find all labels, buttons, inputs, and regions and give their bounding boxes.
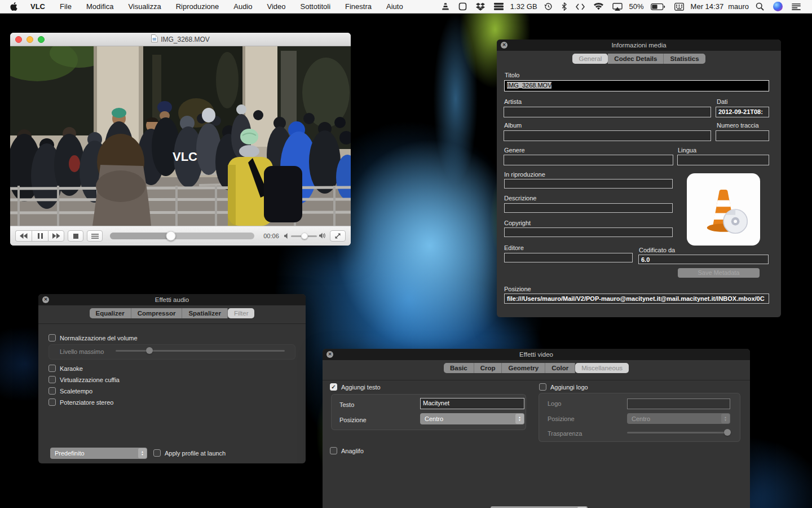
- artista-field[interactable]: [504, 107, 711, 117]
- descrizione-field[interactable]: [504, 203, 673, 213]
- fast-forward-button[interactable]: [48, 230, 64, 242]
- battery-icon[interactable]: [646, 0, 670, 14]
- max-level-slider[interactable]: [116, 347, 285, 354]
- text-position-dropdown[interactable]: Centro ▲▼: [420, 413, 524, 424]
- playlist-button[interactable]: [87, 230, 103, 242]
- save-metadata-button[interactable]: Save Metadata: [678, 268, 760, 278]
- seek-thumb[interactable]: [166, 231, 175, 241]
- stop-button[interactable]: [68, 230, 83, 242]
- stepper-icon: ▲▼: [721, 414, 730, 423]
- menu-item-modifica[interactable]: Modifica: [79, 0, 121, 14]
- volume-high-icon[interactable]: [319, 231, 326, 241]
- pause-button[interactable]: [32, 230, 48, 242]
- close-icon[interactable]: ✕: [501, 42, 508, 49]
- close-button[interactable]: [15, 36, 22, 43]
- apply-profile-checkbox[interactable]: [153, 449, 161, 457]
- anaglyph-checkbox[interactable]: [330, 447, 337, 454]
- transparency-slider[interactable]: [627, 429, 731, 436]
- stereo-enhancer-label: Potenziatore stereo: [60, 399, 113, 406]
- menu-item-video[interactable]: Video: [260, 0, 293, 14]
- tab-geometry[interactable]: Geometry: [502, 363, 545, 373]
- airplay-display-icon[interactable]: [608, 0, 627, 14]
- lingua-field[interactable]: [677, 155, 769, 165]
- menu-item-file[interactable]: File: [52, 0, 79, 14]
- logo-field[interactable]: [627, 398, 730, 409]
- media-info-title: Informazioni media: [611, 42, 666, 49]
- testo-label: Testo: [339, 401, 354, 408]
- numero-traccia-field[interactable]: [716, 130, 769, 141]
- tab-statistics[interactable]: Statistics: [664, 54, 705, 64]
- menu-item-audio[interactable]: Audio: [226, 0, 259, 14]
- tab-basic[interactable]: Basic: [444, 363, 474, 373]
- copyright-label: Copyright: [504, 220, 531, 226]
- menu-item-vlc[interactable]: VLC: [23, 0, 52, 14]
- zoom-button[interactable]: [38, 36, 45, 43]
- lingua-label: Lingua: [678, 147, 696, 154]
- tab-filter[interactable]: Filter: [228, 308, 255, 318]
- logo-position-dropdown[interactable]: Centro ▲▼: [627, 413, 730, 424]
- vlc-cone-icon[interactable]: [437, 0, 454, 14]
- apple-menu-icon[interactable]: [7, 2, 23, 11]
- add-logo-checkbox[interactable]: [539, 383, 546, 391]
- tab-spatializer[interactable]: Spatializer: [182, 308, 228, 318]
- wifi-icon[interactable]: [589, 0, 608, 14]
- karaoke-checkbox[interactable]: [48, 365, 56, 372]
- volume-normalization-checkbox[interactable]: [48, 334, 56, 341]
- menu-item-visualizza[interactable]: Visualizza: [121, 0, 168, 14]
- volume-thumb[interactable]: [301, 233, 308, 239]
- tab-general[interactable]: General: [572, 54, 608, 64]
- menu-item-finestra[interactable]: Finestra: [338, 0, 379, 14]
- add-text-checkbox[interactable]: ✓: [330, 383, 337, 391]
- tab-crop[interactable]: Crop: [474, 363, 502, 373]
- genere-field[interactable]: [504, 155, 673, 165]
- stereo-enhancer-checkbox[interactable]: [48, 398, 56, 406]
- rounded-square-icon[interactable]: [454, 0, 471, 14]
- close-icon[interactable]: ✕: [326, 351, 333, 358]
- tab-miscellaneous[interactable]: Miscellaneous: [575, 363, 629, 373]
- menu-item-sottotitoli[interactable]: Sottotitoli: [293, 0, 338, 14]
- copyright-field[interactable]: [504, 227, 673, 237]
- testo-field[interactable]: Macitynet: [420, 398, 524, 409]
- scaletempo-checkbox[interactable]: [48, 387, 56, 395]
- dati-field[interactable]: 2012-09-21T08:: [716, 107, 769, 117]
- rewind-button[interactable]: [15, 230, 32, 242]
- editore-field[interactable]: [504, 253, 633, 262]
- memory-indicator[interactable]: 1.32 GB: [508, 2, 540, 11]
- in-riproduzione-field[interactable]: [504, 179, 673, 189]
- tab-color[interactable]: Color: [545, 363, 575, 373]
- menu-item-riproduzione[interactable]: Riproduzione: [169, 0, 227, 14]
- bluetooth-icon[interactable]: [557, 0, 571, 14]
- siri-icon[interactable]: [769, 0, 787, 14]
- user-menu[interactable]: mauro: [726, 2, 751, 11]
- media-info-titlebar[interactable]: ✕ Informazioni media: [497, 40, 781, 51]
- keyboard-viewer-icon[interactable]: [670, 0, 689, 14]
- video-effects-titlebar[interactable]: ✕ Effetti video: [323, 349, 750, 360]
- code-brackets-icon[interactable]: [571, 0, 589, 14]
- titolo-field[interactable]: IMG_3268.MOV: [504, 80, 769, 91]
- posizione-field[interactable]: file:///Users/mauro/Mail/V2/POP-mauro@ma…: [504, 294, 769, 304]
- tab-equalizer[interactable]: Equalizer: [90, 308, 131, 318]
- notification-center-icon[interactable]: [787, 0, 805, 14]
- time-machine-icon[interactable]: [540, 0, 557, 14]
- player-window: IMG_3268.MOV: [10, 33, 351, 246]
- seek-bar[interactable]: [110, 233, 254, 239]
- drive-stack-icon[interactable]: [489, 0, 508, 14]
- menu-item-aiuto[interactable]: Aiuto: [379, 0, 411, 14]
- volume-slider[interactable]: [291, 233, 317, 239]
- dropbox-icon[interactable]: [471, 0, 489, 14]
- codificato-da-field[interactable]: 6.0: [638, 255, 769, 264]
- album-field[interactable]: [504, 130, 711, 141]
- tab-compressor[interactable]: Compressor: [131, 308, 183, 318]
- minimize-button[interactable]: [27, 36, 33, 43]
- video-frame[interactable]: VLC: [10, 46, 351, 226]
- volume-low-icon[interactable]: [284, 231, 289, 241]
- close-icon[interactable]: ✕: [42, 296, 49, 303]
- profile-dropdown[interactable]: Predefinito ▲▼: [50, 448, 147, 459]
- menu-clock[interactable]: Mer 14:37: [689, 2, 726, 11]
- audio-effects-titlebar[interactable]: ✕ Effetti audio: [38, 294, 306, 305]
- spotlight-search-icon[interactable]: [751, 0, 769, 14]
- fullscreen-button[interactable]: [330, 230, 346, 242]
- tab-codec-details[interactable]: Codec Details: [608, 54, 664, 64]
- headphone-virtualization-checkbox[interactable]: [48, 376, 56, 383]
- player-titlebar[interactable]: IMG_3268.MOV: [10, 33, 351, 46]
